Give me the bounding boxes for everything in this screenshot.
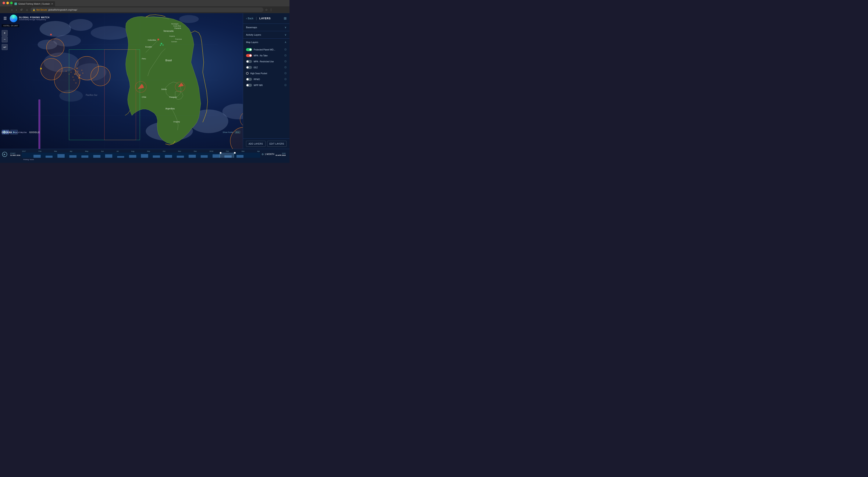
high-seas-label: High Seas Pocket [250,72,283,74]
fishing-label: Fishing [23,158,29,160]
list-item: RFMO ⓘ [243,76,289,82]
timeline-track[interactable]: 2017 Feb Mar Apr May Jun Jul Aug Sep Oct… [22,150,260,158]
nav-refresh-button[interactable]: ↺ [19,8,24,11]
play-icon: ▶ [4,153,5,155]
duration-gear-icon[interactable]: ⚙ [261,153,264,156]
play-button[interactable]: ▶ [2,152,7,157]
svg-text:Chile: Chile [142,96,146,98]
nav-forward-button[interactable]: › [15,8,18,11]
window-maximize[interactable] [10,2,13,4]
end-label: END [282,152,286,154]
timeline-handle-left[interactable] [220,152,221,154]
mpa-restricted-toggle[interactable] [246,60,252,63]
back-label: Back [248,17,253,20]
browser-tab[interactable]: Global Fishing Watch | Sustain × [12,1,55,6]
map-area[interactable]: Venezuela Colombia Guyana Francesa Surin… [0,13,289,149]
eez-label: EEZ [254,66,283,69]
panel-title: LAYERS [259,17,282,20]
svg-point-54 [160,44,161,46]
list-item: MPA - No Take ⓘ [243,53,289,59]
svg-text:Colombia: Colombia [148,39,156,41]
svg-point-2 [91,26,130,40]
protected-planet-label: Protected Planet WD... [254,49,283,51]
mpa-restricted-info-icon[interactable]: ⓘ [284,60,286,63]
toggle-thumb [249,55,252,57]
month-label: Nov [178,150,181,152]
tab-close-button[interactable]: × [51,2,53,5]
timeline-months: 2017 Feb Mar Apr May Jun Jul Aug Sep Oct… [22,150,260,152]
oceana-logo: OCEANA [2,131,12,133]
window-minimize[interactable] [6,2,9,4]
wpp-nri-toggle[interactable] [246,84,252,87]
svg-text:Uruguay: Uruguay [173,121,180,123]
panel-header: ‹ Back | LAYERS ⊞ [243,13,289,24]
svg-text:Panamá: Panamá [175,27,181,29]
svg-rect-36 [50,34,52,35]
basemaps-section[interactable]: Basemaps ∨ [243,24,289,31]
eez-toggle[interactable] [246,66,252,69]
mpa-no-take-info-icon[interactable]: ⓘ [284,54,286,57]
nav-back-button[interactable]: ‹ [10,8,13,11]
url-bar[interactable]: 🔒 Not Secure globalfishingwatch.org/map/ [31,7,264,12]
list-item: MPA - Restricted Use ⓘ [243,59,289,64]
start-label: START [10,152,16,154]
svg-point-48 [78,78,80,79]
svg-point-1 [69,19,93,31]
share-button[interactable]: ↩ [2,44,8,50]
bookmark-icon[interactable]: ☆ [265,8,268,11]
panel-header-divider: | [256,17,257,20]
skytruth-logo: SKYTRUTH [14,131,27,133]
timeline-slider[interactable] [22,153,260,158]
wpp-nri-info-icon[interactable]: ⓘ [284,84,286,87]
window-close[interactable] [3,2,5,4]
month-label: Apr [70,150,72,152]
svg-point-49 [66,71,66,72]
month-label: Mar [54,150,57,152]
mpa-no-take-toggle[interactable] [246,54,252,57]
svg-text:Peru: Peru [142,58,146,60]
month-label: May [85,150,88,152]
activity-layers-label: Activity Layers [246,33,261,36]
add-layers-button[interactable]: ADD LAYERS [246,141,266,147]
bottom-logos: OCEANA SKYTRUTH Google [2,131,40,133]
svg-point-51 [76,83,76,83]
nav-home-button[interactable]: ⌂ [25,8,29,11]
month-label: Dec [194,150,197,152]
rfmo-toggle[interactable] [246,78,252,81]
beta-badge: Beta [235,131,240,133]
tab-favicon [14,3,17,5]
hamburger-menu-button[interactable]: ☰ [3,15,8,22]
hours-label: hours [30,158,34,160]
svg-point-41 [73,77,73,78]
eez-info-icon[interactable]: ⓘ [284,66,286,69]
rfmo-info-icon[interactable]: ⓘ [284,78,286,81]
svg-text:Argentina: Argentina [165,108,175,110]
svg-rect-38 [40,68,42,69]
toggle-thumb [246,60,249,63]
svg-text:Guyana: Guyana [169,35,175,37]
svg-text:Surinam: Surinam [171,41,177,42]
high-seas-info-icon[interactable]: ⓘ [284,72,286,75]
show-footer-button[interactable]: Show Footer [223,131,234,133]
settings-icon[interactable]: ⋮ [270,8,273,11]
protected-planet-toggle[interactable] [246,48,252,51]
protected-planet-info-icon[interactable]: ⓘ [284,48,286,51]
timeline-handle-right[interactable] [234,152,236,154]
map-layers-section[interactable]: Map Layers ∧ [243,38,289,46]
basemaps-chevron: ∨ [285,26,286,29]
list-item: Protected Planet WD... ⓘ [243,47,289,53]
end-date: 05 APR 2018 [276,154,286,156]
activity-layers-section[interactable]: Activity Layers ∨ [243,31,289,38]
app-header: ☰ GLOBAL FISHING WATCH Sustainability th… [0,13,52,24]
right-panel: ‹ Back | LAYERS ⊞ Basemaps ∨ Activity La… [243,13,289,149]
map-layers-chevron: ∧ [285,41,286,44]
map-controls: + − ↩ [2,30,8,50]
lock-icon: 🔒 [33,9,35,11]
back-button[interactable]: ‹ Back [246,17,253,20]
zoom-in-button[interactable]: + [2,30,8,36]
layers-icon[interactable]: ⊞ [284,16,286,20]
svg-point-52 [161,43,162,44]
toggle-thumb [246,66,249,68]
zoom-out-button[interactable]: − [2,36,8,42]
edit-layers-button[interactable]: EDIT LAYERS [267,141,287,147]
